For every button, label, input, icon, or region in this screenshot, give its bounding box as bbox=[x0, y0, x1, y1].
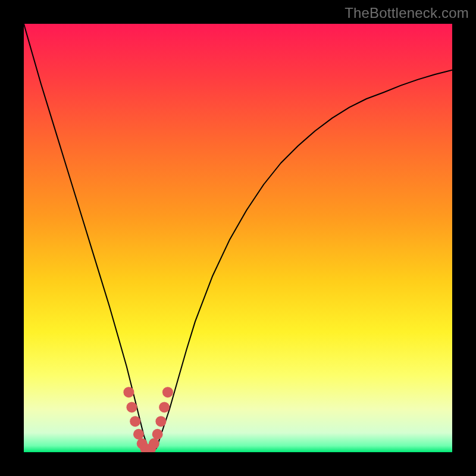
chart-canvas bbox=[24, 24, 452, 452]
marker-dot bbox=[162, 387, 173, 397]
plot-area bbox=[24, 24, 452, 452]
marker-dot bbox=[155, 416, 166, 427]
marker-dot bbox=[159, 402, 170, 412]
watermark-text: TheBottleneck.com bbox=[345, 5, 469, 21]
marker-dot bbox=[126, 402, 137, 412]
marker-dot bbox=[130, 416, 140, 427]
chart-frame: TheBottleneck.com bbox=[0, 0, 476, 476]
marker-dot bbox=[123, 387, 134, 397]
marker-dot bbox=[152, 429, 163, 440]
marker-dot bbox=[149, 439, 159, 449]
marker-dot bbox=[133, 429, 144, 440]
